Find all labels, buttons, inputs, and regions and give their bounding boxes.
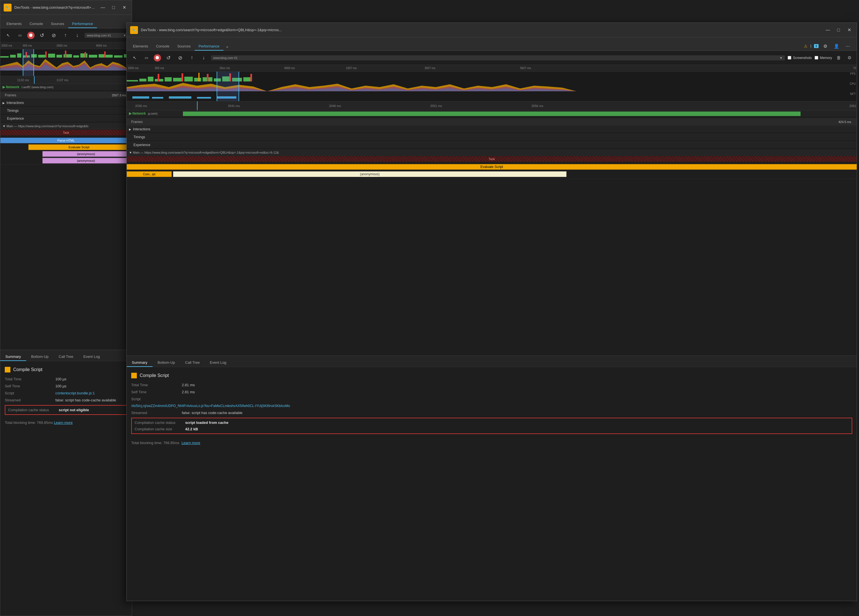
main-thread-header-2[interactable]: ▼ Main — https://www.bing.com/search?q=m… xyxy=(127,150,857,156)
rl-1607: 1607 ms xyxy=(346,67,356,70)
close-btn-1[interactable]: ✕ xyxy=(120,5,128,11)
interactions-track-1: ▶ Interactions xyxy=(0,100,132,108)
url-label-2: www.bing.com #1 xyxy=(213,56,237,59)
main-thread-label-1: Main — https://www.bing.com/search?q=mic… xyxy=(6,125,89,128)
timings-header-1[interactable]: Timings xyxy=(0,108,132,114)
timings-label-2: Timings xyxy=(133,135,145,139)
panel-tab-eventlog-2[interactable]: Event Log xyxy=(205,359,231,367)
timings-header-2[interactable]: Timings xyxy=(127,134,857,140)
memory-label[interactable]: Memory xyxy=(820,56,832,60)
experience-header-2[interactable]: Experience xyxy=(127,142,857,148)
tab-console-2[interactable]: Console xyxy=(152,42,173,51)
learn-more-2[interactable]: Learn more xyxy=(181,441,200,445)
anonymous-block-main-2[interactable]: (anonymous) xyxy=(173,172,567,177)
maximize-btn-2[interactable]: □ xyxy=(834,27,843,33)
tab-elements-2[interactable]: Elements xyxy=(129,42,152,51)
dr-2056: 2056 ms xyxy=(531,104,543,108)
streamed-value-1: false: script has code-cache available xyxy=(55,398,116,402)
panel-tab-bottomup-2[interactable]: Bottom-Up xyxy=(153,359,180,367)
panel-tab-bottomup-1[interactable]: Bottom-Up xyxy=(26,353,54,361)
network-label-1: ▶ Network xyxy=(3,85,19,89)
interactions-header-2[interactable]: ▶ Interactions xyxy=(127,126,857,132)
screenshots-label[interactable]: Screenshots xyxy=(793,56,812,60)
learn-more-1[interactable]: Learn more xyxy=(54,421,72,425)
reload-btn-1[interactable]: ↺ xyxy=(37,31,46,40)
anonymous-block-2[interactable]: (anonymous) xyxy=(42,158,130,164)
tab-more-2[interactable]: » xyxy=(223,43,231,51)
minimize-btn-1[interactable]: — xyxy=(98,5,107,11)
interactions-track-2: ▶ Interactions xyxy=(127,126,857,134)
frames-track-1: Frames 2507.3 ms xyxy=(0,92,132,100)
panel-tab-summary-1[interactable]: Summary xyxy=(0,353,26,361)
playhead-2 xyxy=(197,101,198,110)
svg-rect-31 xyxy=(194,78,201,81)
url-dropdown-1[interactable]: ▼ xyxy=(123,34,126,37)
screen-btn-1[interactable]: ▭ xyxy=(16,31,25,40)
tab-sources-1[interactable]: Sources xyxy=(47,20,68,28)
gear-btn-2[interactable]: ⚙ xyxy=(845,54,853,62)
close-btn-2[interactable]: ✕ xyxy=(845,27,853,33)
screen-btn-2[interactable]: ▭ xyxy=(142,53,151,62)
stop-btn-2[interactable]: ⊘ xyxy=(176,53,184,62)
streamed-key-1: Streamed xyxy=(5,398,55,402)
reload-btn-2[interactable]: ↺ xyxy=(164,53,173,62)
timings-label-1: Timings xyxy=(7,109,19,113)
settings-btn-2[interactable]: ⚙ xyxy=(821,42,830,51)
compileipt-block[interactable]: Com...ipt xyxy=(127,172,172,177)
streamed-row-1: Streamed false: script has code-cache av… xyxy=(5,398,127,402)
rl-5607: 5607 ms xyxy=(520,67,531,70)
network-url-2: g.com) xyxy=(148,112,158,115)
main-thread-header-1[interactable]: ▼ Main — https://www.bing.com/search?q=m… xyxy=(0,123,132,129)
cache-row-1: Compilation cache status script not elig… xyxy=(8,408,124,412)
network-header-1[interactable]: ▶ Network t.woff2 (www.bing.com) xyxy=(0,84,132,90)
task-block-1[interactable]: Task xyxy=(0,130,132,136)
cursor-btn-2[interactable]: ↖ xyxy=(130,53,139,62)
user-btn-2[interactable]: 👤 xyxy=(832,42,841,51)
record-btn-2[interactable]: ⏺ xyxy=(154,54,161,61)
tab-elements-1[interactable]: Elements xyxy=(3,20,26,28)
task-block-2[interactable]: Task xyxy=(127,156,857,162)
evaluate-script-block-2[interactable]: Evaluate Script xyxy=(127,164,857,170)
more-btn-2[interactable]: ⋯ xyxy=(843,42,852,51)
upload-btn-2[interactable]: ↑ xyxy=(187,53,197,62)
trash-btn-2[interactable]: 🗑 xyxy=(835,54,843,62)
tab-performance-1[interactable]: Performance xyxy=(68,20,97,28)
svg-rect-26 xyxy=(148,77,153,81)
blocking-time-2: Total blocking time: 769.85ms Learn more xyxy=(131,441,852,445)
download-btn-1[interactable]: ↓ xyxy=(73,31,82,40)
window-controls-2: — □ ✕ xyxy=(824,27,853,33)
ruler-label-665: 665 ms xyxy=(23,44,32,47)
interactions-header-1[interactable]: ▶ Interactions xyxy=(0,100,132,106)
panel-tab-calltree-2[interactable]: Call Tree xyxy=(180,359,205,367)
stop-btn-1[interactable]: ⊘ xyxy=(49,31,58,40)
summary-title-1: Compile Script xyxy=(5,367,127,373)
minimize-btn-2[interactable]: — xyxy=(824,27,832,33)
upload-btn-1[interactable]: ↑ xyxy=(61,31,70,40)
evaluate-script-block-1[interactable]: Evaluate Script xyxy=(28,144,130,150)
experience-header-1[interactable]: Experience xyxy=(0,115,132,122)
download-btn-2[interactable]: ↓ xyxy=(199,53,208,62)
detail-label-1137: 1137 ms xyxy=(56,78,68,82)
url-dropdown-2[interactable]: ▼ xyxy=(779,56,782,59)
script-link-1[interactable]: contentscript.bundle.js:1 xyxy=(55,391,95,395)
timeline-overview-2: 2000 ms 665 ms 26xx ms 4666 ms 1607 ms 3… xyxy=(127,65,857,101)
tab-console-1[interactable]: Console xyxy=(26,20,47,28)
memory-checkbox[interactable] xyxy=(815,56,818,59)
frames-row-2: Frames 424.5 ms xyxy=(127,118,857,126)
anonymous-block-1[interactable]: (anonymous) xyxy=(42,151,130,157)
cache-size-value-2: 42.2 kB xyxy=(185,427,198,431)
panel-tab-summary-2[interactable]: Summary xyxy=(127,359,153,367)
tab-sources-2[interactable]: Sources xyxy=(173,42,195,51)
maximize-btn-1[interactable]: □ xyxy=(109,5,118,11)
network-header-2[interactable]: ▶ Network g.com) xyxy=(127,111,857,117)
screenshots-checkbox[interactable] xyxy=(788,56,791,59)
panel-tab-eventlog-1[interactable]: Event Log xyxy=(78,353,105,361)
window-controls-1: — □ ✕ xyxy=(98,5,128,11)
tab-performance-2[interactable]: Performance xyxy=(195,42,223,51)
cursor-btn-1[interactable]: ↖ xyxy=(4,31,12,40)
devtools-window-2: 🔧 DevTools - www.bing.com/search?q=micro… xyxy=(127,22,857,601)
script-link-2[interactable]: /rb/5i/cj,nj/swZZm4mmIUDPO_fW4Fr4vlvuxLo… xyxy=(131,404,852,408)
parse-html-block-1[interactable]: Parse HTML xyxy=(0,138,132,143)
panel-tab-calltree-1[interactable]: Call Tree xyxy=(54,353,78,361)
record-btn-1[interactable]: ⏺ xyxy=(27,32,34,39)
